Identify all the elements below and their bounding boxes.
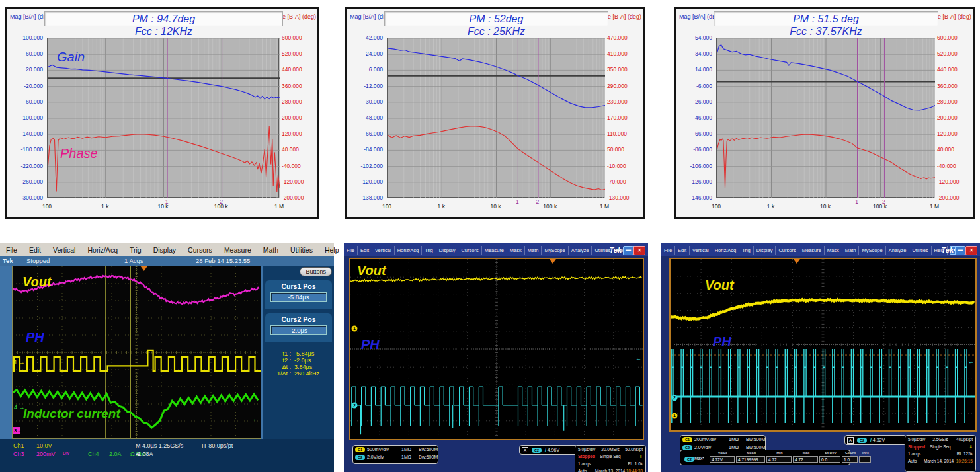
menu-item-mask[interactable]: Mask [507,246,525,255]
graticule-screen: 1 →4 →3→← Vout PH Inductor current [12,266,261,439]
menu-item-math[interactable]: Math [525,246,542,255]
menu-item-utilities[interactable]: Utilities [284,246,319,254]
menu-item-help[interactable]: Help [319,246,345,254]
meas-header: Count [842,451,859,455]
svg-text:1: 1 [673,413,676,418]
phase-tick-label: 410.000 [607,50,628,57]
meas-header: Mean [736,451,766,455]
menu-item-display[interactable]: Display [754,246,776,255]
timebase-readout: M 4.0µs 1.25GS/s [136,442,183,449]
phase-tick-label: 120.000 [282,130,302,137]
menu-item-file[interactable]: File [0,246,23,254]
bandwidth-limit: Bw:500M [746,445,765,450]
ch4-scale: 2.0A [109,451,122,457]
close-icon[interactable]: ✕ [965,246,977,255]
menu-item-myscope[interactable]: MyScope [859,246,885,255]
menu-item-utilities[interactable]: Utilities [909,246,931,255]
channel-pill-icon[interactable]: C2 [355,455,365,460]
menu-item-horizacq[interactable]: Horiz/Acq [81,246,124,254]
menu-item-trig[interactable]: Trig [739,246,754,255]
ch3-label[interactable]: Ch3 [13,451,24,457]
channel-readout-row: C1500mV/div1MΩBw:500M [353,446,438,453]
cursor-number-label[interactable]: 1 [514,198,520,205]
menu-item-analyze[interactable]: Analyze [569,246,592,255]
phase-tick-label: -40.000 [282,163,301,169]
menu-item-vertical[interactable]: Vertical [372,246,395,255]
bandwidth-badge: Bw [63,451,69,455]
menu-item-analyze[interactable]: Analyze [886,246,910,255]
mag-tick-label: -86.000 [678,146,712,153]
channel-pill-icon[interactable]: C1 [355,447,365,452]
datetime: 28 Feb 14 15:23:55 [196,257,250,264]
phase-tick-label: 170.000 [607,114,628,121]
menu-item-cursors[interactable]: Cursors [182,246,218,254]
minimize-icon[interactable]: ▬ [623,246,633,255]
menu-item-vertical[interactable]: Vertical [690,246,712,255]
freq-tick-label: 100 [37,203,57,210]
cursor-number-label[interactable]: 2 [534,198,541,205]
ch4-label[interactable]: Ch4 [88,451,99,457]
curs2-pos-value[interactable]: -2.0µs [270,325,327,335]
acqs-count: 1 acqs [578,461,591,466]
buttons-button[interactable]: Buttons [300,267,332,276]
close-icon[interactable]: ✕ [633,246,645,255]
cursor-number-label[interactable]: 2 [880,198,887,205]
pm-title-box: PM : 94.7deg [44,11,283,26]
time: 18:44:33 [626,467,643,472]
meas-name: Max* [694,456,704,461]
menu-item-myscope[interactable]: MyScope [542,246,568,255]
tek-logo: Tek [609,246,622,254]
channel-1-marker-icon[interactable]: 1 → [14,359,25,366]
acquisition-status: Stopped [26,257,50,264]
channel-scale: 2.0V/div [367,453,401,461]
menu-item-horizacq[interactable]: Horiz/Acq [712,246,740,255]
cursor-number-label[interactable]: 2 [218,198,225,205]
menu-item-math[interactable]: Math [257,246,284,254]
menu-item-trig[interactable]: Trig [124,246,147,254]
trigger-position-arrow-icon[interactable]: ← [968,358,974,365]
menu-item-measure[interactable]: Measure [218,246,257,254]
menu-item-measure[interactable]: Measure [482,246,507,255]
mag-tick-label: -260.000 [9,178,43,185]
channel-pill-icon[interactable]: C1 [682,437,692,442]
menu-item-vertical[interactable]: Vertical [47,246,81,254]
menu-item-edit[interactable]: Edit [675,246,690,255]
curs1-pos-label: Curs1 Pos [265,282,332,290]
menu-item-file[interactable]: File [661,246,675,255]
phase-tick-label: -200.000 [282,194,304,201]
cursor-readout-line: t2 :-2.0µs [267,357,331,364]
menu-item-edit[interactable]: Edit [23,246,47,254]
menu-item-mask[interactable]: Mask [825,246,842,255]
meas-value-cell: 4.72 [793,456,818,463]
phase-tick-label: -120.000 [937,178,960,185]
trigger-source-pill: C2 [857,438,867,443]
mag-axis-label: Mag [B/A] (dB) [679,13,718,20]
menu-item-cursors[interactable]: Cursors [458,246,481,255]
menu-item-horizacq[interactable]: Horiz/Acq [395,246,423,255]
mag-tick-label: -84.000 [348,146,383,153]
phase-tick-label: 350.000 [607,66,628,73]
curs1-pos-value[interactable]: -5.84µs [270,292,327,302]
inductor-current-trace-label: Inductor current [23,407,120,421]
minimize-icon[interactable]: ▬ [955,246,965,255]
menu-item-cursors[interactable]: Cursors [776,246,799,255]
phase-tick-label: 440.000 [937,66,958,73]
cursor-number-label[interactable]: 1 [163,198,170,205]
freq-tick-label: 1 M [924,203,944,210]
pm-title-box: PM : 51.5 deg [714,11,938,26]
trigger-level-arrow-icon[interactable]: ← [253,416,259,422]
menu-item-measure[interactable]: Measure [799,246,825,255]
menu-item-display[interactable]: Display [436,246,459,255]
ch1-label[interactable]: Ch1 [13,442,24,449]
trigger-position-arrow-icon[interactable]: ← [635,355,641,362]
trigger-mode: Auto [908,459,917,463]
freq-tick-label: 1 k [761,203,781,210]
menu-item-trig[interactable]: Trig [422,246,436,255]
menu-item-file[interactable]: File [344,246,358,255]
menu-item-display[interactable]: Display [147,246,182,254]
menu-item-edit[interactable]: Edit [358,246,372,255]
menu-item-math[interactable]: Math [842,246,860,255]
date: March 13, 2014 [595,467,625,472]
freq-tick-label: 100 k [540,203,560,210]
cursor-number-label[interactable]: 1 [854,198,860,205]
